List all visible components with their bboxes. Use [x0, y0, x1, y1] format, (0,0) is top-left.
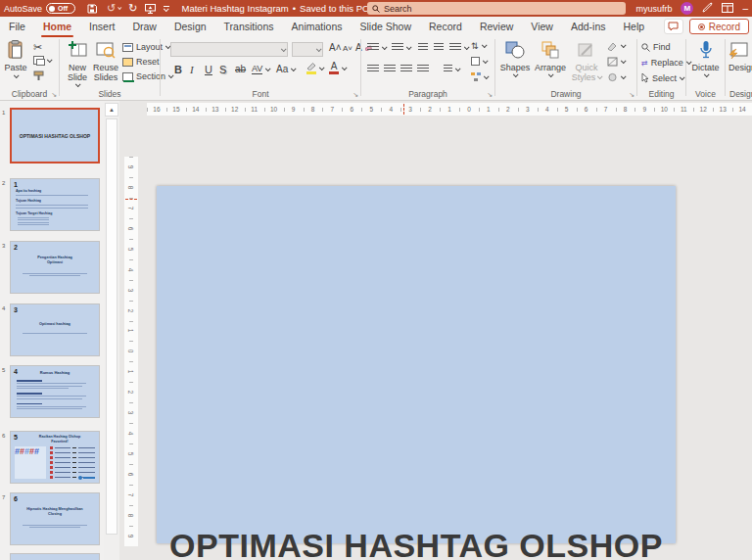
- ink-pen-button[interactable]: [702, 2, 713, 15]
- quick-access-customize-button[interactable]: [164, 7, 167, 11]
- arrange-button[interactable]: Arrange: [533, 39, 568, 77]
- designer-button[interactable]: Designer: [728, 39, 752, 72]
- change-case-button[interactable]: Aa: [276, 64, 295, 74]
- align-left-button[interactable]: [367, 65, 379, 73]
- dictate-button[interactable]: Dictate: [689, 39, 722, 77]
- tab-animations[interactable]: Animations: [283, 17, 352, 37]
- increase-indent-button[interactable]: [434, 43, 444, 52]
- minimize-button[interactable]: –: [742, 3, 748, 14]
- convert-smartart-button[interactable]: [471, 72, 488, 81]
- tab-record[interactable]: Record: [420, 17, 471, 37]
- reset-button[interactable]: Reset: [122, 57, 160, 67]
- h-ruler-number: 1: [479, 103, 498, 116]
- underline-button[interactable]: U: [205, 64, 212, 75]
- ribbon-tabs: FileHomeInsertDrawDesignTransitionsAnima…: [0, 17, 653, 37]
- autosave-toggle[interactable]: Off: [46, 3, 75, 14]
- quick-styles-button[interactable]: Quick Styles: [570, 39, 603, 82]
- tab-add-ins[interactable]: Add-ins: [562, 17, 615, 37]
- text-highlight-color-button[interactable]: [306, 62, 323, 74]
- reuse-slides-button[interactable]: Reuse Slides: [92, 39, 119, 82]
- shadow-button[interactable]: S: [219, 64, 226, 75]
- font-color-button[interactable]: A: [329, 62, 346, 74]
- find-label: Find: [653, 42, 671, 52]
- bold-button[interactable]: B: [174, 64, 182, 75]
- redo-button[interactable]: ↻: [128, 3, 137, 14]
- scrollbar-thumb[interactable]: [106, 118, 118, 535]
- group-drawing: Shapes Arrange Quick Styles Drawing ↘: [495, 37, 636, 100]
- search-field[interactable]: [384, 4, 599, 14]
- justify-button[interactable]: [417, 65, 429, 73]
- format-painter-button[interactable]: [33, 70, 44, 81]
- bullets-button[interactable]: [367, 43, 386, 52]
- slide-thumbnail-1[interactable]: OPTIMASI HASHTAG OLSHOP: [10, 108, 100, 163]
- tab-insert[interactable]: Insert: [80, 17, 123, 37]
- shape-fill-button[interactable]: [607, 41, 625, 51]
- tab-slide-show[interactable]: Slide Show: [352, 17, 421, 37]
- slide-canvas[interactable]: OPTIMASI HASHTAG OLSHOP: [157, 186, 676, 543]
- tab-file[interactable]: File: [0, 17, 34, 37]
- replace-button[interactable]: ⇄ Replace: [641, 58, 690, 68]
- tab-transitions[interactable]: Transitions: [215, 17, 283, 37]
- increase-font-size-button[interactable]: A˄: [329, 42, 342, 53]
- align-text-button[interactable]: [471, 57, 487, 66]
- slide-title-textbox[interactable]: OPTIMASI HASHTAG OLSHOP: [157, 527, 676, 560]
- find-button[interactable]: Find: [641, 42, 671, 52]
- select-button[interactable]: Select: [641, 73, 683, 83]
- new-slide-button[interactable]: New Slide: [63, 39, 92, 87]
- columns-button[interactable]: [444, 65, 459, 73]
- copy-button[interactable]: [33, 56, 51, 65]
- undo-button[interactable]: ↺: [107, 3, 120, 14]
- scroll-up-arrow-icon[interactable]: ▲: [105, 103, 118, 117]
- tab-help[interactable]: Help: [615, 17, 654, 37]
- tab-draw[interactable]: Draw: [123, 17, 165, 37]
- shapes-button[interactable]: Shapes: [498, 39, 532, 77]
- search-input[interactable]: [367, 2, 626, 15]
- cut-button[interactable]: ✂: [33, 41, 42, 54]
- tab-home[interactable]: Home: [34, 17, 80, 37]
- text-direction-button[interactable]: ⇅: [471, 41, 486, 51]
- shape-effects-button[interactable]: [607, 72, 625, 82]
- align-center-button[interactable]: [384, 65, 396, 73]
- slide-thumbnail-7[interactable]: 6Hipnotis Hashtag MenghasilkanClosing: [10, 492, 100, 545]
- slide-thumbnail-2[interactable]: 1Apa itu hashtagTujuan HashtagTujuan Tar…: [10, 178, 100, 231]
- user-name[interactable]: myusufrb: [635, 4, 672, 14]
- clipboard-dialog-launcher[interactable]: ↘: [51, 91, 57, 99]
- font-name-combobox[interactable]: [170, 42, 288, 57]
- tab-view[interactable]: View: [522, 17, 562, 37]
- document-title[interactable]: Materi Hashtag Instagram • Saved to this…: [181, 3, 376, 14]
- ribbon-display-options-button[interactable]: [722, 3, 733, 15]
- thumb-block-heading-line: [17, 380, 42, 382]
- save-button[interactable]: [87, 4, 97, 14]
- align-right-button[interactable]: [400, 65, 412, 73]
- font-size-combobox[interactable]: [292, 42, 323, 57]
- slide-thumbnail-4[interactable]: 3Optimasi hashtag: [10, 303, 100, 356]
- numbering-button[interactable]: [392, 43, 410, 52]
- avatar[interactable]: M: [681, 2, 693, 15]
- tab-review[interactable]: Review: [471, 17, 522, 37]
- tab-design[interactable]: Design: [165, 17, 215, 37]
- paste-button[interactable]: Paste: [2, 39, 29, 78]
- start-presentation-button[interactable]: [145, 4, 156, 14]
- slide-thumbnail-6[interactable]: 5Racikan Hashtag OlshopFavorited!#####: [10, 431, 100, 484]
- decrease-font-size-button[interactable]: A˅: [343, 44, 352, 53]
- shape-outline-button[interactable]: [607, 57, 625, 67]
- comments-button[interactable]: [664, 19, 683, 34]
- slide-thumbnail-8[interactable]: [10, 553, 100, 560]
- character-spacing-button[interactable]: AV: [252, 64, 269, 74]
- drawing-dialog-launcher[interactable]: ↘: [629, 91, 634, 99]
- chevron-down-icon: [597, 73, 603, 79]
- strikethrough-button[interactable]: ab: [235, 64, 246, 74]
- font-color-icon: A: [329, 62, 339, 74]
- decrease-indent-button[interactable]: [418, 43, 428, 52]
- record-button[interactable]: Record: [689, 19, 749, 34]
- line-spacing-button[interactable]: [449, 43, 468, 52]
- italic-button[interactable]: I: [190, 64, 194, 75]
- thumbnail-scrollbar[interactable]: ▲: [104, 101, 119, 560]
- group-font: A˄ A˅ A B I U S ab AV Aa A: [161, 37, 360, 100]
- font-dialog-launcher[interactable]: ↘: [352, 91, 358, 99]
- columns-icon: [444, 65, 452, 73]
- paragraph-dialog-launcher[interactable]: ↘: [487, 91, 493, 99]
- arrow-placeholder: [72, 447, 76, 448]
- slide-thumbnail-3[interactable]: 2Pengertian HashtagOptimasi: [10, 241, 100, 294]
- slide-thumbnail-5[interactable]: 4Rumus Hashtag: [10, 365, 100, 418]
